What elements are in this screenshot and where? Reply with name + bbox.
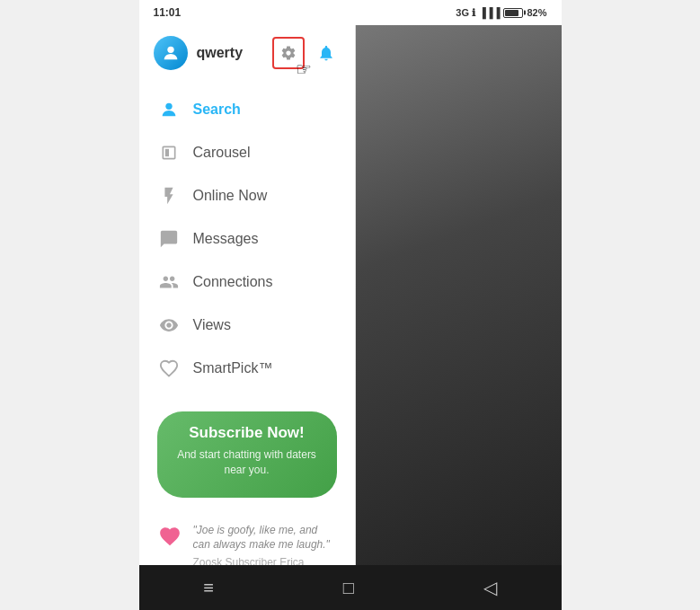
nav-item-connections[interactable]: Connections	[139, 261, 355, 304]
wifi-icon: ▐▐▐	[479, 7, 500, 18]
left-panel: qwerty ☞	[139, 25, 355, 565]
online-now-label: Online Now	[193, 188, 268, 204]
panel-header: qwerty ☞	[139, 25, 355, 81]
signal-icon: 3G ℹ	[456, 7, 475, 19]
svg-point-0	[167, 47, 173, 53]
bottom-nav: ≡ □ ◁	[139, 565, 562, 610]
nav-item-smartpick[interactable]: SmartPick™	[139, 347, 355, 390]
bottom-menu-icon[interactable]: ≡	[185, 570, 232, 606]
testimonial-quote: "Joe is goofy, like me, and can always m…	[193, 523, 337, 553]
nav-item-search[interactable]: Search	[139, 88, 355, 131]
header-icons: ☞	[272, 37, 341, 69]
testimonial-content: "Joe is goofy, like me, and can always m…	[193, 523, 337, 565]
connections-icon	[157, 270, 181, 294]
content-area: qwerty ☞	[139, 25, 562, 565]
nav-item-online-now[interactable]: Online Now	[139, 174, 355, 217]
search-nav-icon	[157, 98, 181, 121]
gear-button[interactable]: ☞	[272, 37, 305, 69]
messages-icon	[157, 227, 181, 251]
username: qwerty	[197, 45, 244, 61]
user-info: qwerty	[154, 36, 244, 70]
testimonial-author: Zoosk Subscriber Erica	[193, 556, 337, 565]
bell-icon	[317, 44, 335, 62]
subscribe-subtitle: And start chatting with daters near you.	[175, 447, 319, 478]
nav-list: Search Carousel	[139, 81, 355, 397]
status-right: 3G ℹ ▐▐▐ 82%	[456, 7, 546, 19]
cursor-icon: ☞	[296, 58, 312, 80]
subscribe-button[interactable]: Subscribe Now! And start chatting with d…	[157, 411, 337, 498]
right-panel	[356, 25, 562, 565]
heart-icon	[157, 525, 182, 554]
status-bar: 11:01 3G ℹ ▐▐▐ 82%	[139, 0, 562, 25]
phone-frame: 11:01 3G ℹ ▐▐▐ 82%	[139, 0, 562, 610]
subscribe-title: Subscribe Now!	[175, 424, 319, 442]
messages-label: Messages	[193, 231, 259, 247]
search-nav-label: Search	[193, 102, 241, 118]
nav-item-messages[interactable]: Messages	[139, 217, 355, 261]
testimonial-section: "Joe is goofy, like me, and can always m…	[139, 512, 355, 565]
gear-icon	[280, 45, 297, 61]
status-time: 11:01	[154, 6, 182, 19]
subscribe-section: Subscribe Now! And start chatting with d…	[139, 397, 355, 512]
battery-percent: 82%	[527, 7, 546, 18]
carousel-nav-label: Carousel	[193, 145, 251, 161]
online-now-icon	[157, 184, 181, 208]
bg-overlay	[356, 25, 562, 565]
svg-rect-2	[164, 149, 168, 156]
avatar	[154, 36, 188, 70]
views-label: Views	[193, 317, 231, 333]
smartpick-label: SmartPick™	[193, 360, 273, 376]
views-icon	[157, 314, 181, 337]
bell-button[interactable]	[312, 39, 341, 67]
connections-label: Connections	[193, 274, 273, 290]
bottom-back-icon[interactable]: ◁	[465, 570, 515, 606]
svg-point-1	[165, 103, 172, 110]
nav-item-views[interactable]: Views	[139, 304, 355, 347]
panel-divider	[355, 25, 356, 565]
nav-item-carousel[interactable]: Carousel	[139, 131, 355, 174]
carousel-nav-icon	[157, 141, 181, 164]
battery-icon	[503, 8, 523, 18]
smartpick-icon	[157, 357, 181, 380]
bottom-home-icon[interactable]: □	[325, 570, 372, 606]
